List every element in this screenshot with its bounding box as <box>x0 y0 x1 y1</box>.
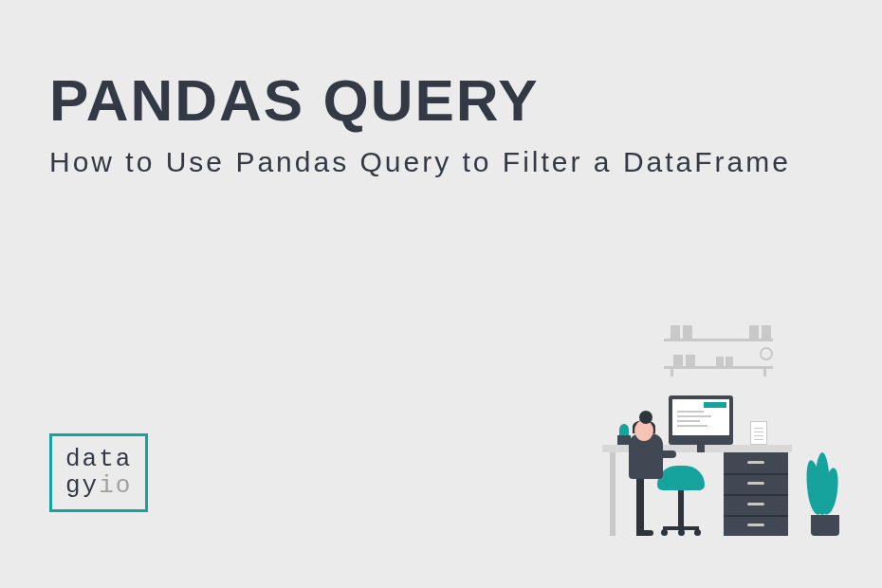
shelf-book-icon <box>686 355 695 366</box>
plant-leaf-icon <box>815 452 830 515</box>
page-title: PANDAS QUERY <box>49 66 540 134</box>
hero-illustration <box>564 318 839 536</box>
shelf-bracket <box>671 369 673 377</box>
shelf-book-icon <box>671 325 680 339</box>
plant-pot-icon <box>811 515 839 536</box>
page-subtitle: How to Use Pandas Query to Filter a Data… <box>49 140 791 183</box>
plant-icon <box>619 424 629 435</box>
shelf-book-icon <box>749 325 759 339</box>
shelf-book-icon <box>726 357 733 366</box>
clipboard-icon <box>750 421 767 445</box>
shelf-top <box>664 339 773 341</box>
monitor-stand <box>697 445 705 452</box>
clock-icon <box>760 347 773 360</box>
monitor-icon <box>669 395 733 445</box>
desk-leg <box>610 452 616 536</box>
logo-line-1: data <box>65 446 132 473</box>
shelf-bottom <box>664 366 773 369</box>
brand-logo: data gyio <box>49 433 148 512</box>
logo-line-2: gyio <box>65 472 132 500</box>
shelf-book-icon <box>716 357 724 366</box>
desk-drawers <box>724 452 788 536</box>
shelf-book-icon <box>762 325 771 339</box>
shelf-bracket <box>763 369 766 377</box>
shelf-book-icon <box>673 355 683 366</box>
shelf-book-icon <box>683 325 692 339</box>
